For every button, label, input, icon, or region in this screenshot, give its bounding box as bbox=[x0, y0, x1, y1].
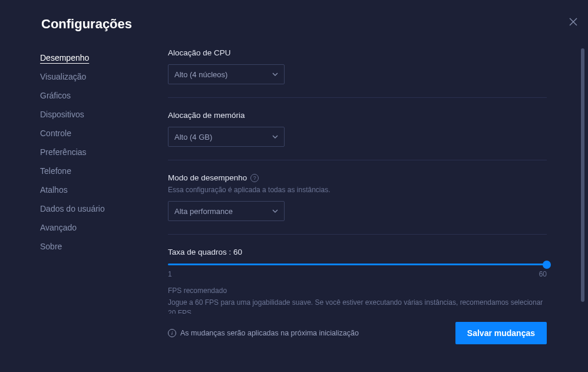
save-button[interactable]: Salvar mudanças bbox=[455, 322, 547, 344]
scrollbar[interactable] bbox=[581, 48, 584, 302]
perfmode-select-value: Alta performance bbox=[174, 207, 233, 216]
footer-note: i As mudanças serão aplicadas na próxima… bbox=[168, 329, 359, 337]
framerate-label: Taxa de quadros : 60 bbox=[168, 248, 547, 256]
chevron-down-icon bbox=[272, 73, 278, 76]
sidebar-item-telefone[interactable]: Telefone bbox=[40, 162, 127, 180]
fps-recommended-title: FPS recomendado bbox=[168, 287, 547, 295]
memory-label: Alocação de memória bbox=[168, 111, 547, 120]
sidebar-item-desempenho[interactable]: Desempenho bbox=[40, 48, 127, 67]
sidebar-item-graficos[interactable]: Gráficos bbox=[40, 86, 127, 105]
footer: i As mudanças serão aplicadas na próxima… bbox=[127, 314, 588, 355]
framerate-slider[interactable] bbox=[168, 264, 547, 265]
cpu-select[interactable]: Alto (4 núcleos) bbox=[168, 64, 285, 84]
cpu-label: Alocação de CPU bbox=[168, 48, 547, 57]
page-title: Configurações bbox=[41, 17, 588, 32]
sidebar-item-sobre[interactable]: Sobre bbox=[40, 237, 127, 256]
sidebar-item-dispositivos[interactable]: Dispositivos bbox=[40, 105, 127, 124]
close-button[interactable] bbox=[569, 18, 577, 26]
close-icon bbox=[569, 18, 577, 26]
framerate-slider-thumb[interactable] bbox=[543, 261, 551, 269]
footer-note-text: As mudanças serão aplicadas na próxima i… bbox=[180, 329, 359, 337]
memory-select-value: Alto (4 GB) bbox=[174, 133, 212, 141]
chevron-down-icon bbox=[272, 209, 278, 213]
sidebar-item-atalhos[interactable]: Atalhos bbox=[40, 180, 127, 199]
framerate-min: 1 bbox=[168, 270, 172, 278]
sidebar-item-visualizacao[interactable]: Visualização bbox=[40, 67, 127, 86]
chevron-down-icon bbox=[272, 135, 278, 139]
sidebar-item-preferencias[interactable]: Preferências bbox=[40, 143, 127, 162]
sidebar: Desempenho Visualização Gráficos Disposi… bbox=[0, 48, 127, 355]
framerate-max: 60 bbox=[539, 270, 547, 278]
perfmode-select[interactable]: Alta performance bbox=[168, 201, 285, 221]
cpu-select-value: Alto (4 núcleos) bbox=[174, 70, 227, 79]
memory-select[interactable]: Alto (4 GB) bbox=[168, 127, 285, 147]
content-scroll[interactable]: Alocação de CPU Alto (4 núcleos) Alocaçã… bbox=[127, 48, 588, 328]
perfmode-sub: Essa configuração é aplicada a todas as … bbox=[168, 186, 547, 194]
help-icon[interactable]: ? bbox=[250, 174, 259, 182]
perfmode-label: Modo de desempenho ? bbox=[168, 173, 547, 182]
info-icon: i bbox=[168, 329, 176, 337]
sidebar-item-avancado[interactable]: Avançado bbox=[40, 218, 127, 237]
sidebar-item-dados-usuario[interactable]: Dados do usuário bbox=[40, 199, 127, 218]
sidebar-item-controle[interactable]: Controle bbox=[40, 124, 127, 143]
perfmode-label-text: Modo de desempenho bbox=[168, 173, 247, 182]
